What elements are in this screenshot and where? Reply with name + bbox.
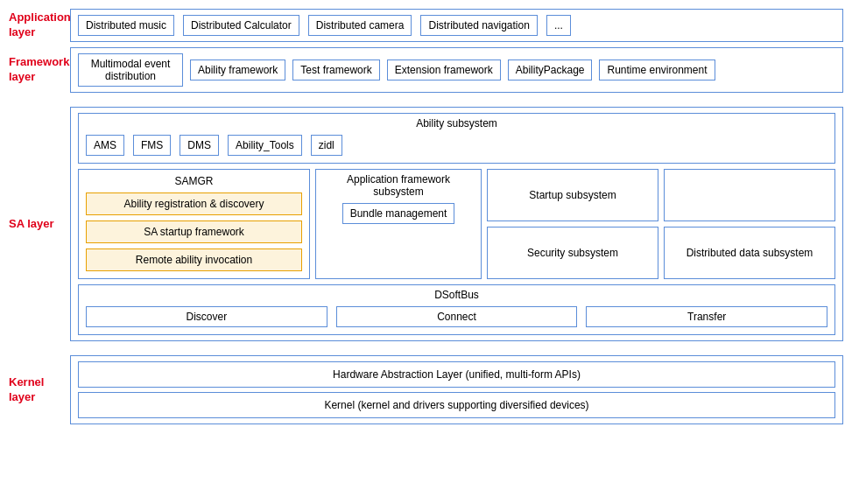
dsoftbus-connect: Connect — [336, 306, 578, 327]
app-item-navigation: Distributed navigation — [420, 15, 537, 36]
distributed-placeholder — [664, 169, 835, 221]
samgr-item-remote: Remote ability invocation — [86, 248, 302, 271]
bundle-item: Bundle management — [342, 203, 455, 224]
fw-item-extension: Extension framework — [387, 60, 501, 80]
dsoftbus-box: DSoftBus Discover Connect Transfer — [78, 284, 835, 335]
kernel-layer-content: Hardware Abstraction Layer (unified, mul… — [70, 355, 843, 424]
fw-item-ability: Ability framework — [190, 60, 285, 80]
ability-item-fms: FMS — [133, 135, 171, 156]
sa-layer: SA layer Ability subsystem AMS FMS DMS A… — [9, 107, 843, 341]
app-item-more: ... — [546, 15, 571, 36]
app-item-calculator: Distributed Calculator — [183, 15, 299, 36]
kernel-layer-label: Kernel layer — [9, 355, 70, 424]
application-layer-content: Distributed music Distributed Calculator… — [70, 9, 843, 42]
framework-layer: Framework layer Multimodal event distrib… — [9, 47, 843, 93]
dsoftbus-transfer: Transfer — [586, 306, 827, 327]
samgr-item-startup: SA startup framework — [86, 220, 302, 243]
framework-layer-label: Framework layer — [9, 47, 70, 93]
samgr-title: SAMGR — [86, 175, 302, 187]
startup-box: Startup subsystem — [487, 169, 658, 221]
right-section: Application framework subsystem Bundle m… — [315, 169, 835, 279]
ability-items-row: AMS FMS DMS Ability_Tools zidl — [86, 135, 827, 156]
app-framework-title: Application framework subsystem — [321, 173, 475, 198]
architecture-diagram: Application layer Distributed music Dist… — [9, 9, 843, 424]
samgr-items: Ability registration & discovery SA star… — [86, 192, 302, 271]
fw-item-runtime: Runtime environment — [599, 60, 715, 80]
dsoftbus-items: Discover Connect Transfer — [86, 306, 827, 327]
framework-layer-content: Multimodal event distribution Ability fr… — [70, 47, 843, 93]
application-layer: Application layer Distributed music Dist… — [9, 9, 843, 42]
ability-subsystem-title: Ability subsystem — [86, 117, 827, 130]
ability-subsystem-box: Ability subsystem AMS FMS DMS Ability_To… — [78, 113, 835, 164]
kernel-item-kernel: Kernel (kernel and drivers supporting di… — [78, 392, 835, 418]
distributed-col: Distributed data subsystem — [664, 169, 835, 279]
fw-item-multimodal: Multimodal event distribution — [78, 53, 183, 87]
kernel-layer: Kernel layer Hardware Abstraction Layer … — [9, 355, 843, 424]
fw-item-abilitypkg: AbilityPackage — [508, 60, 593, 80]
sa-layer-content: Ability subsystem AMS FMS DMS Ability_To… — [70, 107, 843, 341]
application-layer-label: Application layer — [9, 9, 70, 42]
samgr-item-registration: Ability registration & discovery — [86, 192, 302, 215]
fw-item-test: Test framework — [292, 60, 379, 80]
app-item-camera: Distributed camera — [308, 15, 412, 36]
startup-security-dist-col: Startup subsystem Security subsystem — [487, 169, 658, 279]
kernel-item-hal: Hardware Abstraction Layer (unified, mul… — [78, 361, 835, 388]
dsoftbus-discover: Discover — [86, 306, 327, 327]
ability-item-ams: AMS — [86, 135, 124, 156]
ability-item-dms: DMS — [180, 135, 219, 156]
distributed-data-box: Distributed data subsystem — [664, 227, 835, 279]
samgr-box: SAMGR Ability registration & discovery S… — [78, 169, 310, 279]
middle-section: SAMGR Ability registration & discovery S… — [78, 169, 835, 279]
app-framework-box: Application framework subsystem Bundle m… — [315, 169, 482, 279]
sa-layer-label: SA layer — [9, 107, 70, 341]
ability-item-zidl: zidl — [311, 135, 342, 156]
dsoftbus-title: DSoftBus — [86, 289, 827, 301]
ability-item-tools: Ability_Tools — [228, 135, 302, 156]
security-box: Security subsystem — [487, 227, 658, 279]
app-item-music: Distributed music — [78, 15, 174, 36]
